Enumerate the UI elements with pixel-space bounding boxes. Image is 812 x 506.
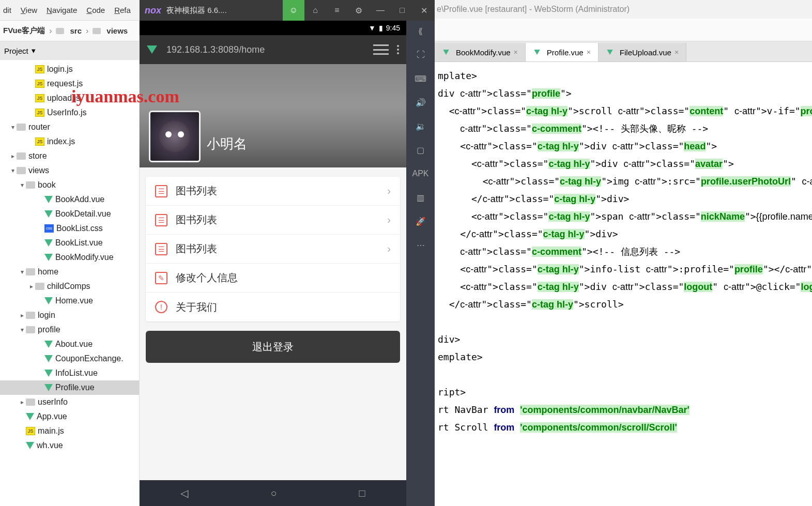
bc-root[interactable]: FVue客户端 [3,26,45,36]
tab-Profile-vue[interactable]: Profile.vue× [526,43,599,62]
nox-logo: nox [145,5,161,16]
fullscreen-icon[interactable]: ⛶ [415,49,427,61]
store-icon[interactable]: ☺ [283,0,304,21]
folder-icon [17,152,26,160]
right-ide-panel: e\Profile.vue [restaurant] - WebStorm (A… [435,0,812,506]
list-icon: ☰ [155,243,167,255]
menu-code[interactable]: Code [86,6,105,14]
profile-banner: 小明名 [140,64,406,167]
logout-button[interactable]: 退出登录 [146,331,400,363]
close-icon[interactable]: × [587,48,591,56]
emulator-title: 夜神模拟器 6.6.... [166,6,283,16]
close-icon[interactable]: × [675,48,679,56]
editor-tabs: BookModify.vue×Profile.vue×FileUpload.vu… [435,41,812,62]
bc-views[interactable]: views [106,26,128,35]
menu-item-4[interactable]: !关于我们 [146,293,400,321]
menu-navigate[interactable]: Navigate [47,6,77,14]
apk-icon[interactable]: APK [415,167,427,180]
folder-icon [26,398,35,406]
tree-item-CouponExchange-[interactable]: CouponExchange. [0,351,139,366]
tree-item-BookAdd-vue[interactable]: BookAdd.vue [0,192,139,207]
folder-icon [26,326,35,333]
tree-item-book[interactable]: ▾book [0,178,139,192]
screen-icon[interactable]: ▢ [415,144,427,156]
recent-icon[interactable]: □ [359,487,365,499]
tree-item-index-js[interactable]: JSindex.js [0,134,139,149]
profile-menu-list: ☰图书列表›☰图书列表›☰图书列表›✎修改个人信息!关于我们 [146,177,400,321]
back-icon[interactable]: ◁ [180,487,188,499]
drawer-icon[interactable] [373,44,389,55]
tree-item-Home-vue[interactable]: Home.vue [0,294,139,308]
tree-item-BookList-vue[interactable]: BookList.vue [0,236,139,250]
project-tree[interactable]: JSlogin.jsJSrequest.jsJSupload.jsJSUserI… [0,60,139,506]
js-icon: JS [35,109,44,117]
menu-view[interactable]: View [21,6,37,14]
tree-item-login[interactable]: ▸login [0,308,139,323]
menu-item-0[interactable]: ☰图书列表› [146,177,400,206]
chevrons-icon[interactable]: ⟪ [415,25,427,37]
chevron-right-icon: › [387,185,391,197]
menu-item-2[interactable]: ☰图书列表› [146,235,400,264]
folder-icon [26,181,35,189]
vue-icon [44,355,53,362]
tree-item-home[interactable]: ▾home [0,265,139,279]
tree-item-userInfo[interactable]: ▸userInfo [0,395,139,409]
vue-icon [26,413,34,420]
tree-item-BookList-css[interactable]: cssBookList.css [0,221,139,236]
home-icon[interactable]: ⌂ [304,0,326,21]
tree-item-router[interactable]: ▾router [0,120,139,134]
close-icon[interactable]: × [514,48,518,56]
js-icon: JS [35,94,44,102]
menu-refactor[interactable]: Refa [114,6,131,14]
tree-item-views[interactable]: ▾views [0,163,139,178]
status-time: 9:45 [386,24,400,32]
kebab-menu-icon[interactable] [397,45,399,54]
tree-item-BookDetail-vue[interactable]: BookDetail.vue [0,207,139,221]
left-ide-panel: dit View Navigate Code Refa FVue客户端 › sr… [0,0,140,506]
gear-icon[interactable]: ⚙ [348,0,370,21]
tree-item-login-js[interactable]: JSlogin.js [0,62,139,76]
tree-item-profile[interactable]: ▾profile [0,323,139,337]
minimize-icon[interactable]: — [370,0,391,21]
tree-item-UserInfo-js[interactable]: JSUserInfo.js [0,105,139,120]
tree-item-Profile-vue[interactable]: Profile.vue [0,380,139,395]
rocket-icon[interactable]: 🚀 [415,215,427,227]
avatar[interactable] [149,111,201,162]
volume-up-icon[interactable]: 🔊 [415,96,427,109]
volume-down-icon[interactable]: 🔉 [415,120,427,132]
maximize-icon[interactable]: □ [391,0,413,21]
tree-item-store[interactable]: ▸store [0,149,139,163]
bc-src[interactable]: src [70,26,82,35]
vue-icon [44,297,53,304]
project-tool-header[interactable]: Project ▾ [0,41,139,60]
vue-icon [44,384,53,391]
tree-item-BookModify-vue[interactable]: BookModify.vue [0,250,139,265]
tree-item-About-vue[interactable]: About.vue [0,337,139,351]
tree-item-wh-vue[interactable]: wh.vue [0,438,139,453]
vue-icon [44,210,53,218]
menu-edit[interactable]: dit [3,6,11,14]
tree-item-childComps[interactable]: ▸childComps [0,279,139,294]
tab-BookModify-vue[interactable]: BookModify.vue× [435,43,526,62]
menu-icon[interactable]: ≡ [326,0,348,21]
tree-item-InfoList-vue[interactable]: InfoList.vue [0,366,139,380]
menu-item-1[interactable]: ☰图书列表› [146,206,400,235]
folder-icon[interactable]: ▥ [415,191,427,204]
folder-icon [17,124,26,131]
keyboard-icon[interactable]: ⌨ [415,72,427,85]
home-icon[interactable]: ○ [270,487,277,499]
tab-FileUpload-vue[interactable]: FileUpload.vue× [599,43,686,62]
vue-icon [44,254,53,261]
folder-icon [93,28,101,34]
vue-icon [26,442,34,449]
tree-item-App-vue[interactable]: App.vue [0,409,139,424]
code-editor[interactable]: mplate> div c-attr">class="profile"> <c-… [435,62,812,441]
vue-icon [607,50,612,55]
battery-icon: ▮ [379,24,383,32]
js-icon: JS [35,80,44,88]
close-icon[interactable]: ✕ [413,0,435,21]
more-icon[interactable]: ⋯ [415,239,427,251]
menu-item-3[interactable]: ✎修改个人信息 [146,264,400,293]
list-icon: ☰ [155,214,167,226]
tree-item-main-js[interactable]: JSmain.js [0,424,139,438]
